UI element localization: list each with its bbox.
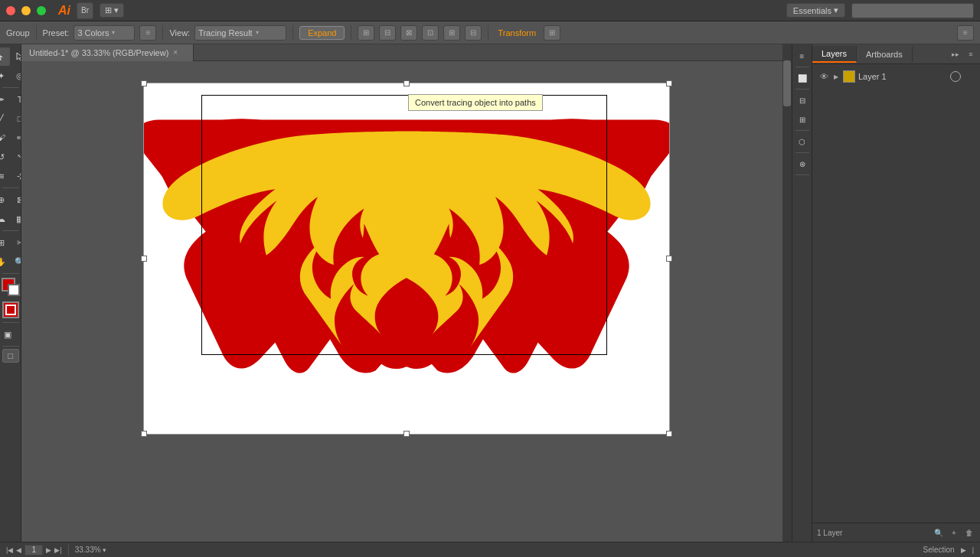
right-separator-3 xyxy=(795,130,809,131)
magic-wand-tool[interactable]: ✦ xyxy=(0,67,10,85)
align-top-button[interactable]: ⊡ xyxy=(422,25,439,41)
properties-icon[interactable]: ≡ xyxy=(794,47,811,64)
artboard-view-btn[interactable]: □ xyxy=(2,349,19,363)
search-layers-button[interactable]: 🔍 xyxy=(933,526,945,539)
column-graph-tool[interactable]: ▦ xyxy=(11,210,21,228)
search-input[interactable] xyxy=(851,3,974,18)
panel-controls: ▸▸ ≡ xyxy=(949,48,980,60)
transform-icon[interactable]: ⬡ xyxy=(794,133,811,150)
panel-expand-button[interactable]: ≡ xyxy=(965,48,977,60)
layer-visibility-icon[interactable]: 👁 xyxy=(818,71,829,82)
artboard-number-input[interactable] xyxy=(24,545,43,555)
symbol-sprayer-tool[interactable]: ☁ xyxy=(0,210,10,228)
vertical-scrollbar[interactable] xyxy=(782,44,792,542)
artboard-tool[interactable]: ⊞ xyxy=(0,233,10,252)
handle-middle-right[interactable] xyxy=(666,256,672,262)
lasso-tool[interactable]: ◎ xyxy=(11,67,21,85)
perspective-tool[interactable]: ⊠ xyxy=(11,191,21,209)
zoom-tool[interactable]: 🔍 xyxy=(11,252,21,271)
color-icon[interactable]: ⬜ xyxy=(794,70,811,86)
transform-button[interactable]: Transform xyxy=(495,28,539,37)
layer-target-icon[interactable] xyxy=(950,71,961,82)
rect-tool[interactable]: □ xyxy=(11,109,21,128)
tab-layers[interactable]: Layers xyxy=(812,46,857,63)
status-end-button[interactable]: | xyxy=(972,546,974,554)
preset-dropdown[interactable]: 3 Colors ▾ xyxy=(74,25,135,41)
panel-settings-button[interactable]: ≡ xyxy=(957,25,974,41)
layer-lock-icon[interactable] xyxy=(963,71,974,82)
maximize-button[interactable] xyxy=(37,6,46,15)
pen-tool[interactable]: ✒ xyxy=(0,90,10,109)
panel-menu-button[interactable]: ▸▸ xyxy=(949,48,962,60)
host-bridge-button[interactable]: Br xyxy=(77,2,93,19)
add-layer-button[interactable]: + xyxy=(948,526,960,539)
workspace-button[interactable]: ⊞ ▾ xyxy=(100,3,124,18)
direct-select-tool[interactable] xyxy=(11,47,21,66)
align-center-h-button[interactable]: ⊟ xyxy=(379,25,396,41)
list-item[interactable]: 👁 ▶ Layer 1 xyxy=(815,67,977,86)
essentials-button[interactable]: Essentials ▾ xyxy=(786,3,845,18)
tab-artboards[interactable]: Artboards xyxy=(857,47,913,62)
slice-tool[interactable]: ✂ xyxy=(11,233,21,252)
handle-middle-left[interactable] xyxy=(141,256,147,262)
pathfinder-icon[interactable]: ⊞ xyxy=(794,111,811,128)
zoom-dropdown-arrow[interactable]: ▾ xyxy=(103,546,106,554)
options-icon-button[interactable]: ⊞ xyxy=(544,25,560,41)
close-button[interactable] xyxy=(6,6,15,15)
rotate-row: ↺ ⤡ xyxy=(0,148,21,166)
line-tool-row: ╱ □ xyxy=(0,109,21,128)
toolbar-separator-1 xyxy=(2,87,19,88)
background-color[interactable] xyxy=(8,284,20,296)
pen-tool-row: ✒ T xyxy=(0,90,21,109)
canvas-background: .ww-fill { fill: #F5C518; } .ww-stroke {… xyxy=(135,67,678,450)
hand-tool[interactable]: ✋ xyxy=(0,252,10,271)
align-center-v-button[interactable]: ⊞ xyxy=(443,25,460,41)
handle-top-right[interactable] xyxy=(666,80,672,86)
shape-builder-tool[interactable]: ⊕ xyxy=(0,191,10,209)
essentials-label: Essentials xyxy=(793,6,831,15)
tab-title: Untitled-1* @ 33.33% (RGB/Preview) xyxy=(29,48,168,57)
nav-last-button[interactable]: ▶| xyxy=(54,546,61,554)
right-separator-2 xyxy=(795,89,809,90)
line-tool[interactable]: ╱ xyxy=(0,109,10,128)
paintbrush-tool[interactable]: 🖌 xyxy=(0,129,10,147)
stroke-fill-icon[interactable] xyxy=(2,301,19,318)
pencil-tool[interactable]: ✏ xyxy=(11,129,21,147)
scroll-thumb[interactable] xyxy=(783,60,791,106)
selection-tool[interactable] xyxy=(0,47,10,66)
view-dropdown[interactable]: Tracing Result ▾ xyxy=(194,25,286,41)
expand-button[interactable]: Expand xyxy=(299,26,345,40)
gradient-swatch[interactable]: ▣ xyxy=(0,325,17,344)
tab-close-button[interactable]: × xyxy=(173,48,178,57)
layers-footer: 1 Layer 🔍 + 🗑 xyxy=(812,523,980,542)
handle-top-center[interactable] xyxy=(403,80,410,86)
handle-bottom-right[interactable] xyxy=(666,431,672,437)
libraries-icon[interactable]: ⊛ xyxy=(794,155,811,172)
current-tool-label: Selection xyxy=(923,546,955,554)
toolbar-separator-2 xyxy=(2,187,19,188)
handle-bottom-left[interactable] xyxy=(141,431,147,437)
delete-layer-button[interactable]: 🗑 xyxy=(963,526,975,539)
layer-expand-icon[interactable]: ▶ xyxy=(832,73,840,80)
free-transform-tool[interactable]: ⊹ xyxy=(11,167,21,185)
scale-tool[interactable]: ⤡ xyxy=(11,148,21,166)
align-right-button[interactable]: ⊠ xyxy=(400,25,417,41)
warp-tool[interactable]: ≋ xyxy=(0,167,10,185)
nav-prev-button[interactable]: ◀ xyxy=(16,546,21,554)
status-bar: |◀ ◀ ▶ ▶| 33.33% ▾ Selection ▶ | xyxy=(0,542,980,557)
rotate-tool[interactable]: ↺ xyxy=(0,148,10,166)
document-tab[interactable]: Untitled-1* @ 33.33% (RGB/Preview) × xyxy=(21,44,194,61)
align-bottom-button[interactable]: ⊟ xyxy=(465,25,482,41)
align-horiz-button[interactable]: ⊞ xyxy=(358,25,374,41)
preset-options-button[interactable]: ≡ xyxy=(139,25,156,41)
fill-row: ▣ ⊘ xyxy=(0,325,21,344)
handle-top-left[interactable] xyxy=(141,80,147,86)
nav-first-button[interactable]: |◀ xyxy=(6,546,13,554)
align-icon[interactable]: ⊟ xyxy=(794,92,811,109)
status-nav-button[interactable]: ▶ xyxy=(961,546,966,554)
right-toolbar: ≡ ⬜ ⊟ ⊞ ⬡ ⊛ xyxy=(792,44,812,542)
nav-next-button[interactable]: ▶ xyxy=(46,546,51,554)
minimize-button[interactable] xyxy=(21,6,31,15)
type-tool[interactable]: T xyxy=(11,90,21,109)
handle-bottom-center[interactable] xyxy=(403,431,410,437)
